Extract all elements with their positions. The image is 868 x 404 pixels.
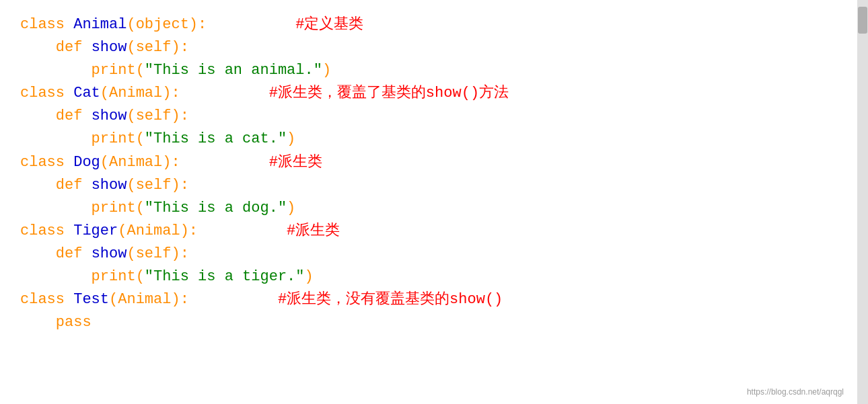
code-token: show (92, 245, 127, 262)
code-token: Dog (73, 154, 100, 171)
scrollbar[interactable] (857, 0, 868, 404)
code-token: def (20, 108, 92, 124)
code-token: #派生类 (287, 223, 340, 239)
code-line: pass (20, 311, 837, 334)
code-token: class (20, 16, 73, 33)
code-line: print("This is a tiger.") (20, 266, 837, 288)
code-token: class (20, 154, 73, 171)
code-token: #派生类 (269, 154, 322, 171)
code-token: (Animal): (100, 85, 269, 102)
code-display: class Animal(object): #定义基类 def show(sel… (0, 0, 857, 404)
code-token: ) (304, 268, 313, 285)
code-token: print( (20, 200, 145, 216)
code-token: print( (20, 130, 145, 147)
code-line: class Animal(object): #定义基类 (20, 13, 837, 36)
code-block: class Animal(object): #定义基类 def show(sel… (20, 13, 837, 334)
code-token: (self): (126, 177, 188, 194)
code-token: Test (73, 291, 109, 308)
code-token: Animal (73, 16, 126, 33)
watermark: https://blog.csdn.net/aqrqgl (747, 386, 844, 399)
code-token: show (92, 177, 127, 194)
code-token: "This is an animal." (145, 62, 322, 79)
code-line: def show(self): (20, 243, 837, 266)
code-token: ) (322, 62, 331, 79)
code-token: class (20, 223, 73, 239)
code-token: "This is a tiger." (145, 268, 305, 285)
code-token: pass (20, 314, 92, 331)
code-line: def show(self): (20, 174, 837, 197)
code-line: print("This is a dog.") (20, 197, 837, 220)
code-token: (Animal): (118, 223, 287, 239)
code-line: print("This is a cat.") (20, 128, 837, 151)
code-token: show (92, 39, 127, 56)
code-line: def show(self): (20, 105, 837, 128)
code-token: def (20, 177, 92, 194)
code-line: class Tiger(Animal): #派生类 (20, 220, 837, 243)
code-line: class Cat(Animal): #派生类，覆盖了基类的show()方法 (20, 82, 837, 105)
code-token: #派生类，没有覆盖基类的show() (278, 291, 503, 308)
code-token: Cat (73, 85, 100, 102)
code-token: class (20, 85, 73, 102)
code-line: class Test(Animal): #派生类，没有覆盖基类的show() (20, 288, 837, 311)
code-token: #派生类，覆盖了基类的show()方法 (269, 85, 509, 102)
code-token: #定义基类 (295, 16, 363, 33)
scrollbar-thumb[interactable] (858, 7, 867, 34)
code-line: def show(self): (20, 36, 837, 59)
code-token: print( (20, 62, 145, 79)
code-token: Tiger (73, 223, 118, 239)
code-token: (Animal): (100, 154, 269, 171)
code-token: (Animal): (109, 291, 278, 308)
code-token: (object): (126, 16, 295, 33)
code-token: (self): (126, 245, 188, 262)
code-token: (self): (126, 39, 188, 56)
code-token: ) (287, 130, 295, 147)
code-token: def (20, 39, 92, 56)
code-token: print( (20, 268, 145, 285)
code-token: "This is a cat." (145, 130, 287, 147)
code-token: show (92, 108, 127, 124)
code-line: print("This is an animal.") (20, 59, 837, 82)
code-token: "This is a dog." (145, 200, 287, 216)
code-token: class (20, 291, 73, 308)
code-token: def (20, 245, 92, 262)
code-token: ) (287, 200, 295, 216)
code-token: (self): (126, 108, 188, 124)
code-line: class Dog(Animal): #派生类 (20, 151, 837, 174)
